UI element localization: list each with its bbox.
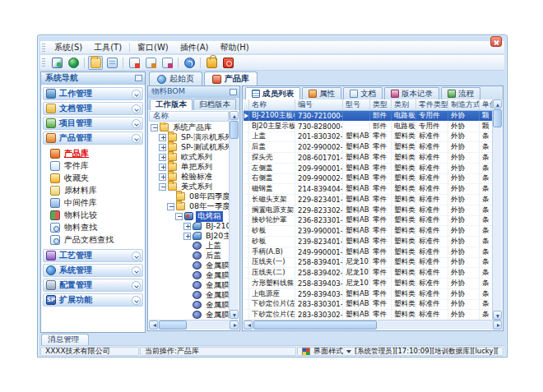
column-header[interactable]: 单位 [480,99,492,110]
bom-tab-archived[interactable]: 归档版本 [193,99,236,110]
tree-node[interactable]: 金属膜电阻器 [149,300,229,310]
table-row[interactable]: 下砂定位片(左)283-830301-00I塑料ABS零件塑料类标准件外协条 [244,300,492,311]
scroll-down-icon[interactable] [230,310,239,319]
tree-node[interactable]: 金属膜电阻器 [149,261,229,270]
sidebar-item-product-library[interactable]: 产品库 [41,147,145,159]
table-row[interactable]: 长磁头支架229-823401-00I塑料ABS零件塑料类标准件外协条 [244,195,492,205]
pin-icon[interactable] [230,89,237,95]
nav-section-doc-mgmt[interactable]: 文档管理 [43,102,143,115]
open-library-button[interactable] [88,56,103,70]
column-header[interactable]: 型号 [343,99,370,110]
sidebar-item-part-library[interactable]: 零件库 [41,159,145,172]
expand-icon[interactable] [159,144,166,151]
tree-node[interactable]: 上盖 [149,241,229,251]
tab-version-record[interactable]: 版本记录 [384,87,439,99]
tab-documents[interactable]: 文档 [343,87,383,99]
menu-item[interactable]: 窗口(W) [132,41,174,54]
table-row[interactable]: 接砂轮护罩236-823301-00I塑料ABS零件塑料类标准件外协条 [244,216,492,227]
sidebar-item-raw-material-library[interactable]: 原材料库 [41,184,145,196]
chevron-down-icon[interactable] [132,90,141,99]
tree-node[interactable]: SP-演示机系列 [149,132,229,142]
table-horizontal-scrollbar[interactable] [244,320,502,330]
table-row[interactable]: 上电源座259-839403-00I塑料ABS零件塑料类标准件外协条 [244,289,492,300]
tab-member-list[interactable]: 成员列表 [245,87,300,99]
tree-node[interactable]: BJ20主显示板 [149,231,229,241]
column-header[interactable]: 名称 [249,99,295,110]
mail-export-button[interactable] [127,56,142,70]
collapse-icon[interactable] [151,124,158,131]
nav-collapse-icon[interactable] [135,75,142,81]
column-header[interactable]: 类别 [392,99,416,110]
sidebar-item-material-search[interactable]: 物料查找 [41,221,145,233]
tab-properties[interactable]: 属性 [302,87,341,99]
mail-sync-button[interactable] [160,56,174,70]
tree-vertical-scrollbar[interactable] [229,111,239,319]
sidebar-item-product-doc-search[interactable]: 产品文档查找 [41,233,145,246]
sidebar-item-material-compare[interactable]: 物料比较 [41,209,145,221]
menu-item[interactable]: 系统(S) [49,41,88,54]
table-row[interactable]: 砂板239-823401-00I塑料ABS零件塑料类标准件外协条 [244,237,492,247]
message-management-tab[interactable]: 消息管理 [41,334,89,345]
tree-node[interactable]: 系统产品库 [149,122,229,132]
exit-button[interactable] [220,56,235,70]
tree-node[interactable]: 金属膜电阻器 [149,290,229,300]
scroll-right-icon[interactable] [230,321,239,330]
mail-import-button[interactable] [143,56,158,70]
nav-section-product-mgmt[interactable]: 产品管理 [43,131,143,145]
sidebar-item-favorites[interactable]: 收藏夹 [41,172,145,184]
table-row[interactable]: BJ20主显示板730-828000-04I部件电路板专用件外协颗 [244,122,492,132]
scroll-thumb[interactable] [253,321,377,330]
tree-node[interactable]: SP-测试机系列 [149,142,229,152]
menu-item[interactable]: 工具(T) [88,41,128,54]
chevron-down-icon[interactable] [132,134,141,143]
nav-section-process-mgmt[interactable]: 工艺管理 [43,249,143,262]
collapse-icon[interactable] [175,213,183,220]
table-row[interactable]: 压线夹(一)258-839401-00I尼龙1010零件塑料类标准件外协条 [244,258,492,269]
table-row[interactable]: 右侧盖209-990002-01I塑料ABS零件塑料类标准件外协条 [244,174,492,185]
lock-button[interactable] [204,56,219,70]
scroll-right-icon[interactable] [493,321,502,330]
scroll-left-icon[interactable] [149,321,158,330]
scroll-down-icon[interactable] [493,311,502,320]
scroll-up-icon[interactable] [493,99,502,108]
table-vertical-scrollbar[interactable] [492,99,502,320]
expand-icon[interactable] [159,164,166,171]
table-row[interactable]: 下砂定位片(右)283-830302-00I塑料ABS零件塑料类标准件外协条 [244,310,492,320]
tree-node[interactable]: 欧式系列 [149,152,229,162]
chevron-down-icon[interactable] [132,251,141,261]
bom-tab-working[interactable]: 工作版本 [150,99,193,110]
expand-icon[interactable] [183,233,191,240]
chevron-down-icon[interactable] [132,119,141,128]
menu-item[interactable]: 帮助(H) [214,41,254,54]
column-header[interactable]: 类型 [370,99,392,110]
scroll-thumb[interactable] [159,321,187,330]
table-row[interactable]: 左侧盖209-990001-01I塑料ABS零件塑料类标准件外协条 [244,164,492,174]
collapse-icon[interactable] [159,183,166,191]
scroll-up-icon[interactable] [230,111,239,120]
monitor-button[interactable] [49,56,64,70]
nav-section-project-mgmt[interactable]: 项目管理 [43,117,143,130]
table-row[interactable]: 探头壳208-601701-01I塑料ABS零件塑料类标准件外协条 [244,153,492,164]
table-row[interactable]: 上盖201-830302-00I塑料ABS零件塑料类标准件外协条 [244,132,492,143]
nav-section-extensions[interactable]: SP扩展功能 [43,293,143,307]
sidebar-item-middleware-library[interactable]: 中间件库 [41,196,145,209]
ui-style-icon[interactable] [302,348,310,356]
chevron-down-icon[interactable] [346,350,351,353]
tab-product-library[interactable]: 产品库 [204,71,258,85]
chevron-down-icon[interactable] [132,296,141,305]
table-row[interactable]: 后盖202-990002-01I塑料ABS零件塑料类标准件外协条 [244,142,492,153]
expand-icon[interactable] [159,134,166,141]
column-header[interactable]: 零件类型 [416,99,448,110]
menu-item[interactable]: 插件(A) [174,41,215,54]
expand-icon[interactable] [159,154,166,161]
expand-icon[interactable] [159,173,166,181]
tree-column-header[interactable]: 名称 [149,111,229,122]
tree-node[interactable]: 金属膜电阻器 [149,270,229,280]
tree-node[interactable]: 08年一季度 [149,201,229,211]
table-row[interactable]: 砂板239-990001-01I塑料ABS零件塑料类标准件外协条 [244,226,492,237]
table-row[interactable]: BJ-2100主板单点730-721000-12I部件电路板专用件外协颗 [244,111,492,122]
report-button[interactable] [104,56,119,70]
nav-section-system-mgmt[interactable]: 系统管理 [43,264,143,277]
tree-node[interactable]: 美式系列 [149,182,229,191]
chevron-down-icon[interactable] [132,104,141,113]
